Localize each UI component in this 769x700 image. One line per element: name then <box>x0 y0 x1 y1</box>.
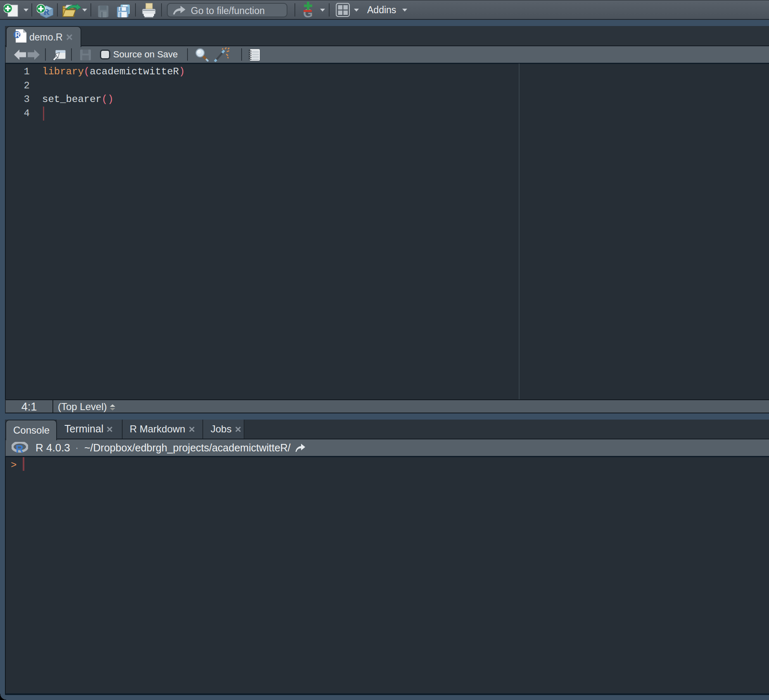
svg-text:R: R <box>16 443 24 453</box>
svg-text:R: R <box>15 31 20 38</box>
